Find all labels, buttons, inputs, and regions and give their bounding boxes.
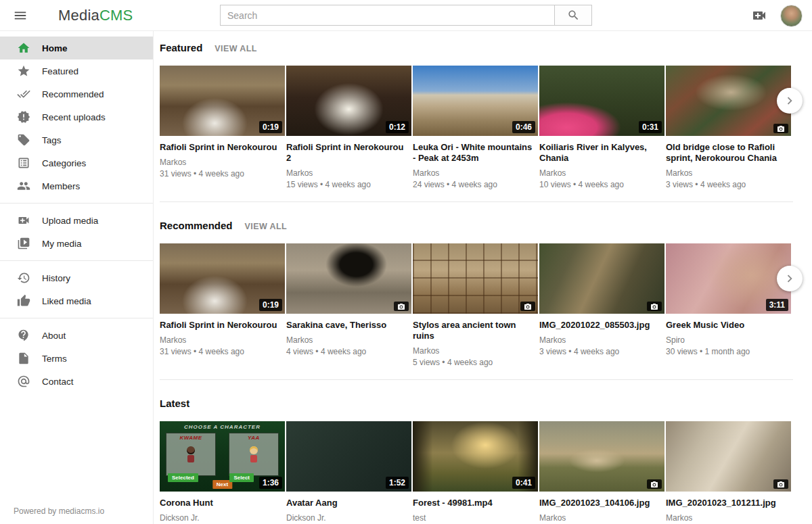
media-author[interactable]: Dickson Jr.: [286, 513, 411, 523]
media-card[interactable]: Stylos area ancient town ruins Markos 5 …: [413, 243, 538, 368]
media-card[interactable]: IMG_20201022_085503.jpg Markos 3 views •…: [539, 243, 664, 368]
sidebar-item-upload-media[interactable]: Upload media: [0, 209, 153, 232]
sidebar-item-label: History: [42, 273, 70, 283]
media-thumbnail[interactable]: 0:19: [160, 243, 285, 314]
sidebar-item-home[interactable]: Home: [0, 37, 153, 59]
media-thumbnail[interactable]: 1:52: [286, 421, 411, 492]
media-card[interactable]: Sarakina cave, Therisso Markos 4 views •…: [286, 243, 411, 368]
sidebar-item-recent-uploads[interactable]: Recent uploads: [0, 105, 153, 128]
media-title[interactable]: Leuka Ori - White mountains - Peak at 24…: [413, 142, 538, 164]
user-avatar[interactable]: [780, 5, 803, 27]
sidebar-item-terms[interactable]: Terms: [0, 347, 153, 370]
view-all-link[interactable]: VIEW ALL: [245, 222, 287, 231]
media-thumbnail[interactable]: 0:41: [413, 421, 538, 492]
search-button[interactable]: [554, 5, 592, 26]
media-title[interactable]: IMG_20201023_104106.jpg: [539, 498, 664, 508]
media-card[interactable]: 1:52 Avatar Aang Dickson Jr. 12 views • …: [286, 421, 411, 524]
media-thumbnail[interactable]: [666, 66, 791, 136]
media-card[interactable]: 0:19 Rafioli Sprint in Nerokourou Markos…: [160, 243, 285, 368]
media-author[interactable]: test: [413, 513, 538, 523]
media-title[interactable]: Forest - 49981.mp4: [413, 498, 538, 508]
sidebar-item-label: Liked media: [42, 296, 91, 306]
media-title[interactable]: IMG_20201022_085503.jpg: [539, 320, 664, 331]
media-meta: 31 views • 4 weeks ago: [160, 169, 285, 179]
powered-by-link[interactable]: Powered by mediacms.io: [14, 506, 104, 516]
media-title[interactable]: Koiliaris River in Kalyves, Chania: [539, 142, 664, 164]
sidebar-item-categories[interactable]: Categories: [0, 151, 153, 174]
media-thumbnail[interactable]: [286, 243, 411, 314]
sidebar-item-members[interactable]: Members: [0, 174, 153, 197]
media-thumbnail[interactable]: 0:46: [413, 66, 538, 136]
media-author[interactable]: Markos: [539, 168, 664, 178]
media-author[interactable]: Markos: [666, 168, 791, 178]
media-card[interactable]: 0:12 Rafioli Sprint in Nerokourou 2 Mark…: [286, 66, 411, 190]
media-title[interactable]: Sarakina cave, Therisso: [286, 320, 411, 331]
media-card[interactable]: Old bridge close to Rafioli sprint, Nero…: [666, 66, 791, 190]
carousel-next-button[interactable]: [777, 266, 803, 291]
media-author[interactable]: Spiro: [666, 335, 791, 346]
thumb-up-icon: [17, 294, 30, 308]
media-title[interactable]: Avatar Aang: [286, 498, 411, 508]
media-author[interactable]: Markos: [539, 513, 664, 523]
sidebar-item-history[interactable]: History: [0, 266, 153, 289]
media-thumbnail[interactable]: [413, 243, 538, 314]
media-card[interactable]: 3:11 Greek Music Video Spiro 30 views • …: [666, 243, 791, 368]
media-author[interactable]: Markos: [160, 158, 285, 168]
sidebar-item-tags[interactable]: Tags: [0, 128, 153, 151]
media-card[interactable]: CHOOSE A CHARACTER KWAME YAA Selected Ne…: [160, 421, 285, 524]
photo-badge: [647, 479, 662, 489]
sidebar-item-contact[interactable]: Contact: [0, 370, 153, 393]
logo-text-media: Media: [58, 7, 99, 24]
sidebar-item-recommended[interactable]: Recommended: [0, 82, 153, 105]
media-author[interactable]: Markos: [286, 335, 411, 346]
media-title[interactable]: Rafioli Sprint in Nerokourou: [160, 142, 285, 153]
media-thumbnail[interactable]: 0:12: [286, 66, 411, 136]
media-meta: 4 views • 4 weeks ago: [286, 347, 411, 357]
media-author[interactable]: Markos: [539, 335, 664, 346]
media-thumbnail[interactable]: 0:31: [539, 66, 664, 136]
sidebar-item-label: Contact: [42, 377, 74, 387]
media-title[interactable]: Rafioli Sprint in Nerokourou: [160, 320, 285, 331]
media-author[interactable]: Markos: [160, 335, 285, 346]
media-title[interactable]: Greek Music Video: [666, 320, 791, 331]
sidebar-item-featured[interactable]: Featured: [0, 59, 153, 82]
media-thumbnail[interactable]: [666, 421, 791, 492]
media-title[interactable]: Corona Hunt: [160, 498, 285, 508]
carousel-next-button[interactable]: [777, 88, 803, 114]
media-card[interactable]: 0:41 Forest - 49981.mp4 test 17 views • …: [413, 421, 538, 524]
media-card[interactable]: IMG_20201023_101211.jpg Markos 4 views •…: [666, 421, 791, 524]
media-author[interactable]: Markos: [286, 168, 411, 178]
duration-badge: 0:41: [512, 477, 535, 489]
media-thumbnail[interactable]: [539, 243, 664, 314]
media-thumbnail[interactable]: [539, 421, 664, 492]
media-title[interactable]: Stylos area ancient town ruins: [413, 320, 538, 341]
media-title[interactable]: Rafioli Sprint in Nerokourou 2: [286, 142, 411, 164]
media-thumbnail[interactable]: 0:19: [160, 66, 285, 136]
media-card[interactable]: IMG_20201023_104106.jpg Markos 4 views •…: [539, 421, 664, 524]
duration-badge: 0:46: [512, 121, 535, 133]
duration-badge: 3:11: [766, 299, 788, 311]
section-header: Featured VIEW ALL: [160, 42, 793, 53]
view-all-link[interactable]: VIEW ALL: [215, 44, 256, 53]
search-input[interactable]: [220, 5, 554, 26]
sidebar-item-label: Terms: [42, 354, 67, 364]
media-thumbnail[interactable]: 3:11: [666, 243, 791, 314]
upload-media-button[interactable]: [748, 4, 771, 27]
sidebar-item-my-media[interactable]: My media: [0, 232, 153, 255]
media-card[interactable]: 0:46 Leuka Ori - White mountains - Peak …: [413, 66, 538, 190]
sidebar-item-liked-media[interactable]: Liked media: [0, 289, 153, 312]
at-email-icon: [17, 375, 30, 388]
media-thumbnail[interactable]: CHOOSE A CHARACTER KWAME YAA Selected Ne…: [160, 421, 285, 492]
main-content: Featured VIEW ALL 0:19 Rafioli Sprint in…: [154, 31, 812, 524]
media-card[interactable]: 0:19 Rafioli Sprint in Nerokourou Markos…: [160, 66, 285, 190]
mediacms-logo[interactable]: MediaCMS: [58, 7, 133, 24]
media-author[interactable]: Markos: [413, 168, 538, 178]
sidebar-item-about[interactable]: About: [0, 324, 153, 347]
media-card[interactable]: 0:31 Koiliaris River in Kalyves, Chania …: [539, 66, 664, 190]
media-author[interactable]: Markos: [666, 513, 791, 523]
hamburger-menu-button[interactable]: [7, 2, 34, 29]
media-author[interactable]: Markos: [413, 346, 538, 356]
media-title[interactable]: IMG_20201023_101211.jpg: [666, 498, 791, 508]
media-title[interactable]: Old bridge close to Rafioli sprint, Nero…: [666, 142, 791, 164]
media-author[interactable]: Dickson Jr.: [160, 513, 285, 523]
